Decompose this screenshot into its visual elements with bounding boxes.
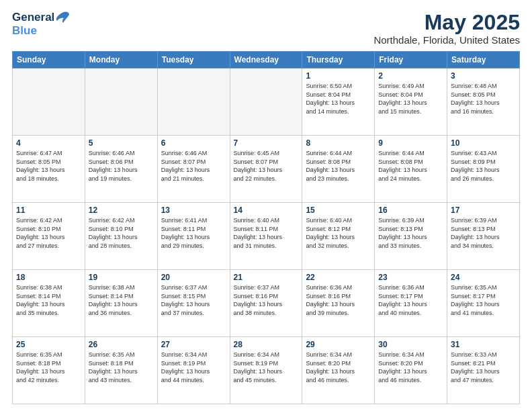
- calendar-cell: 19Sunrise: 6:38 AM Sunset: 8:14 PM Dayli…: [85, 270, 157, 337]
- day-number: 6: [161, 138, 226, 148]
- day-number: 11: [16, 205, 81, 215]
- day-number: 18: [16, 273, 81, 282]
- week-row-2: 11Sunrise: 6:42 AM Sunset: 8:10 PM Dayli…: [13, 203, 520, 270]
- calendar-cell: 23Sunrise: 6:36 AM Sunset: 8:17 PM Dayli…: [375, 270, 447, 337]
- day-header-saturday: Saturday: [447, 52, 520, 68]
- day-number: 24: [451, 273, 516, 282]
- day-number: 30: [378, 340, 443, 349]
- day-number: 22: [306, 273, 371, 282]
- day-info: Sunrise: 6:38 AM Sunset: 8:14 PM Dayligh…: [16, 283, 81, 317]
- day-info: Sunrise: 6:35 AM Sunset: 8:17 PM Dayligh…: [451, 283, 516, 317]
- day-number: 23: [378, 273, 443, 282]
- day-number: 1: [306, 71, 371, 81]
- day-info: Sunrise: 6:42 AM Sunset: 8:10 PM Dayligh…: [16, 216, 81, 250]
- day-info: Sunrise: 6:46 AM Sunset: 8:07 PM Dayligh…: [161, 149, 226, 183]
- day-number: 15: [306, 205, 371, 215]
- calendar-cell: 22Sunrise: 6:36 AM Sunset: 8:16 PM Dayli…: [302, 270, 375, 337]
- calendar-cell: 26Sunrise: 6:35 AM Sunset: 8:18 PM Dayli…: [85, 337, 157, 404]
- day-info: Sunrise: 6:49 AM Sunset: 8:04 PM Dayligh…: [378, 82, 443, 116]
- day-number: 29: [306, 340, 371, 349]
- calendar-cell: 11Sunrise: 6:42 AM Sunset: 8:10 PM Dayli…: [13, 203, 85, 270]
- calendar-cell: 7Sunrise: 6:45 AM Sunset: 8:07 PM Daylig…: [230, 136, 302, 203]
- calendar-cell: 6Sunrise: 6:46 AM Sunset: 8:07 PM Daylig…: [157, 136, 230, 203]
- day-number: 16: [378, 205, 443, 215]
- day-number: 14: [234, 205, 299, 215]
- day-number: 13: [161, 205, 226, 215]
- day-info: Sunrise: 6:34 AM Sunset: 8:19 PM Dayligh…: [234, 351, 299, 384]
- day-info: Sunrise: 6:50 AM Sunset: 8:04 PM Dayligh…: [306, 82, 371, 116]
- day-info: Sunrise: 6:34 AM Sunset: 8:20 PM Dayligh…: [378, 351, 443, 384]
- day-info: Sunrise: 6:47 AM Sunset: 8:05 PM Dayligh…: [16, 149, 81, 183]
- day-header-thursday: Thursday: [302, 52, 375, 68]
- day-info: Sunrise: 6:34 AM Sunset: 8:19 PM Dayligh…: [161, 351, 226, 384]
- day-info: Sunrise: 6:39 AM Sunset: 8:13 PM Dayligh…: [378, 216, 443, 250]
- calendar-header-row: SundayMondayTuesdayWednesdayThursdayFrid…: [13, 52, 520, 68]
- day-header-tuesday: Tuesday: [157, 52, 230, 68]
- day-number: 17: [451, 205, 516, 215]
- day-number: 2: [378, 71, 443, 81]
- day-header-monday: Monday: [85, 52, 157, 68]
- day-info: Sunrise: 6:41 AM Sunset: 8:11 PM Dayligh…: [161, 216, 226, 250]
- calendar-cell: 8Sunrise: 6:44 AM Sunset: 8:08 PM Daylig…: [302, 136, 375, 203]
- calendar-cell: 10Sunrise: 6:43 AM Sunset: 8:09 PM Dayli…: [447, 136, 520, 203]
- calendar-cell: 3Sunrise: 6:48 AM Sunset: 8:05 PM Daylig…: [447, 68, 520, 136]
- calendar-cell: 2Sunrise: 6:49 AM Sunset: 8:04 PM Daylig…: [375, 68, 447, 136]
- calendar-cell: 13Sunrise: 6:41 AM Sunset: 8:11 PM Dayli…: [157, 203, 230, 270]
- day-info: Sunrise: 6:44 AM Sunset: 8:08 PM Dayligh…: [378, 149, 443, 183]
- day-info: Sunrise: 6:44 AM Sunset: 8:08 PM Dayligh…: [306, 149, 371, 183]
- calendar-cell: 16Sunrise: 6:39 AM Sunset: 8:13 PM Dayli…: [375, 203, 447, 270]
- day-info: Sunrise: 6:43 AM Sunset: 8:09 PM Dayligh…: [451, 149, 516, 183]
- day-info: Sunrise: 6:35 AM Sunset: 8:18 PM Dayligh…: [89, 351, 154, 384]
- day-info: Sunrise: 6:36 AM Sunset: 8:17 PM Dayligh…: [378, 283, 443, 317]
- day-number: 31: [451, 340, 516, 349]
- day-info: Sunrise: 6:35 AM Sunset: 8:18 PM Dayligh…: [16, 351, 81, 384]
- day-info: Sunrise: 6:48 AM Sunset: 8:05 PM Dayligh…: [451, 82, 516, 116]
- main-title: May 2025: [373, 11, 520, 34]
- calendar-cell: 9Sunrise: 6:44 AM Sunset: 8:08 PM Daylig…: [375, 136, 447, 203]
- calendar-cell: 15Sunrise: 6:40 AM Sunset: 8:12 PM Dayli…: [302, 203, 375, 270]
- calendar-body: 1Sunrise: 6:50 AM Sunset: 8:04 PM Daylig…: [13, 68, 520, 404]
- week-row-1: 4Sunrise: 6:47 AM Sunset: 8:05 PM Daylig…: [13, 136, 520, 203]
- header: General Blue May 2025 Northdale, Florida…: [12, 11, 520, 46]
- subtitle: Northdale, Florida, United States: [373, 34, 520, 46]
- calendar-cell: 14Sunrise: 6:40 AM Sunset: 8:11 PM Dayli…: [230, 203, 302, 270]
- day-info: Sunrise: 6:39 AM Sunset: 8:13 PM Dayligh…: [451, 216, 516, 250]
- day-info: Sunrise: 6:38 AM Sunset: 8:14 PM Dayligh…: [89, 283, 154, 317]
- calendar-cell: 27Sunrise: 6:34 AM Sunset: 8:19 PM Dayli…: [157, 337, 230, 404]
- calendar-cell: [13, 68, 85, 136]
- calendar-table: SundayMondayTuesdayWednesdayThursdayFrid…: [12, 51, 520, 404]
- calendar-cell: 24Sunrise: 6:35 AM Sunset: 8:17 PM Dayli…: [447, 270, 520, 337]
- day-info: Sunrise: 6:45 AM Sunset: 8:07 PM Dayligh…: [234, 149, 299, 183]
- calendar-cell: 25Sunrise: 6:35 AM Sunset: 8:18 PM Dayli…: [13, 337, 85, 404]
- day-info: Sunrise: 6:34 AM Sunset: 8:20 PM Dayligh…: [306, 351, 371, 384]
- calendar-cell: [85, 68, 157, 136]
- calendar-cell: 21Sunrise: 6:37 AM Sunset: 8:16 PM Dayli…: [230, 270, 302, 337]
- day-number: 10: [451, 138, 516, 148]
- day-number: 12: [89, 205, 154, 215]
- logo-blue: Blue: [12, 24, 37, 38]
- calendar-cell: 5Sunrise: 6:46 AM Sunset: 8:06 PM Daylig…: [85, 136, 157, 203]
- day-number: 27: [161, 340, 226, 349]
- day-info: Sunrise: 6:37 AM Sunset: 8:15 PM Dayligh…: [161, 283, 226, 317]
- day-number: 28: [234, 340, 299, 349]
- day-number: 21: [234, 273, 299, 282]
- week-row-0: 1Sunrise: 6:50 AM Sunset: 8:04 PM Daylig…: [13, 68, 520, 136]
- page: General Blue May 2025 Northdale, Florida…: [0, 0, 532, 411]
- calendar-cell: 18Sunrise: 6:38 AM Sunset: 8:14 PM Dayli…: [13, 270, 85, 337]
- day-number: 3: [451, 71, 516, 81]
- week-row-4: 25Sunrise: 6:35 AM Sunset: 8:18 PM Dayli…: [13, 337, 520, 404]
- calendar-cell: 28Sunrise: 6:34 AM Sunset: 8:19 PM Dayli…: [230, 337, 302, 404]
- day-number: 8: [306, 138, 371, 148]
- day-info: Sunrise: 6:46 AM Sunset: 8:06 PM Dayligh…: [89, 149, 154, 183]
- calendar-cell: [157, 68, 230, 136]
- week-row-3: 18Sunrise: 6:38 AM Sunset: 8:14 PM Dayli…: [13, 270, 520, 337]
- day-header-friday: Friday: [375, 52, 447, 68]
- day-info: Sunrise: 6:37 AM Sunset: 8:16 PM Dayligh…: [234, 283, 299, 317]
- day-number: 20: [161, 273, 226, 282]
- day-number: 4: [16, 138, 81, 148]
- day-info: Sunrise: 6:33 AM Sunset: 8:21 PM Dayligh…: [451, 351, 516, 384]
- logo: General Blue: [12, 11, 70, 38]
- day-info: Sunrise: 6:40 AM Sunset: 8:12 PM Dayligh…: [306, 216, 371, 250]
- day-number: 26: [89, 340, 154, 349]
- calendar-cell: 30Sunrise: 6:34 AM Sunset: 8:20 PM Dayli…: [375, 337, 447, 404]
